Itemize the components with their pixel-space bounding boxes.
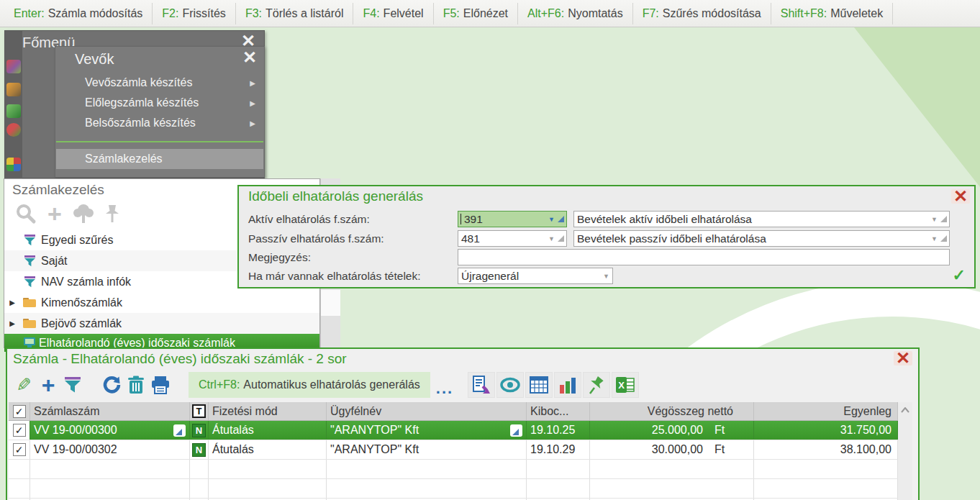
dropdown-arrow-icon[interactable]: ▼ [548,235,555,242]
passive-accrual-label: Passzív elhatárolás f.szám: [248,231,384,247]
invoice-table: ✓ Számlaszám T Fizetési mód Ügyfélnév Ki… [9,402,898,500]
comment-input[interactable] [458,249,950,265]
comment-label: Megjegyzés: [248,250,311,265]
customers-window-close-button[interactable]: ✕ [242,50,257,65]
report-export-icon[interactable] [468,372,495,398]
column-header-szamlaszam[interactable]: Számlaszám [30,402,190,420]
svg-text:X: X [618,380,625,391]
auto-accrual-shortcut-button[interactable]: Ctrl+F8: Automatikus elhatárolás generál… [189,372,430,398]
add-icon[interactable]: + [36,372,60,398]
menu-strip-icon-cart[interactable] [6,83,21,96]
tree-item-kimenoszamlak[interactable]: ▶ Kimenőszámlák [4,292,319,313]
empty-table-row [9,479,898,499]
fn-item-f3[interactable]: F3:Törlés a listáról [236,3,354,24]
dropdown-arrow-icon[interactable]: ▼ [548,216,555,223]
fn-item-f7[interactable]: F7:Szűrés módosítása [633,3,771,24]
empty-table-row [9,460,898,479]
folder-icon [20,318,39,329]
invoice-grid-window: Számla - Elhatárolandó (éves) időszaki s… [6,347,920,500]
column-header-egyenleg[interactable]: Egyenleg [754,402,898,420]
cell-edit-grip[interactable] [510,424,522,437]
add-icon[interactable]: + [40,202,69,225]
menu-item-elolegszamla-keszites[interactable]: Előlegszámla készítés ▶ [85,94,258,112]
column-header-ugyfelnev[interactable]: Ügyfélnév [327,402,527,420]
column-header-vegosszeg-netto[interactable]: Végösszeg nettó [590,402,754,420]
active-accrual-code-combo[interactable]: 391 ▼ [458,211,567,227]
menu-strip-icon-1[interactable] [6,60,21,73]
accrual-generation-dialog: Időbeli elhatárolás generálás ✕ Aktív el… [237,185,976,288]
edit-icon[interactable]: ✎ [12,372,36,398]
grid-window-close-button[interactable]: ✕ [894,351,912,365]
folder-icon [20,297,39,308]
table-row[interactable]: ✓ VV 19-00/00302 N Átutalás "ARANYTOP" K… [9,440,898,460]
dropdown-arrow-icon[interactable]: ▼ [931,216,938,223]
combo-grip-icon[interactable] [558,235,564,242]
dropdown-arrow-icon[interactable]: ▼ [931,235,938,242]
select-all-checkbox[interactable]: ✓ [13,405,26,418]
grid-toolbar: ✎ + Ctrl+F8: Automatikus elhatárolás gen… [12,371,912,399]
column-header-t[interactable]: T [190,402,209,420]
active-accrual-label: Aktív elhatárolás f.szám: [248,212,370,227]
type-badge: N [192,443,206,457]
menu-strip-icon-3[interactable] [6,104,21,118]
fn-item-f4[interactable]: F4:Felvétel [353,3,433,24]
passive-accrual-code-combo[interactable]: 481 ▼ [458,230,567,247]
dialog-title: Időbeli elhatárolás generálás [248,188,423,204]
panel-title: Számlakezelés [12,182,104,198]
table-view-icon[interactable] [525,372,553,398]
function-key-bar: Enter:Számla módosítás F2:Frissítés F3:T… [0,0,980,27]
delete-trash-icon[interactable] [124,372,148,398]
tree-item-bejovo-szamlak[interactable]: ▶ Bejövő számlák [4,313,319,334]
combo-grip-icon[interactable] [940,235,947,242]
existing-items-select[interactable]: Újragenerál ▼ [458,268,613,284]
dialog-close-button[interactable]: ✕ [951,189,970,204]
type-badge: N [192,424,206,437]
filter-icon [20,255,39,267]
search-icon[interactable] [12,202,40,225]
main-menu-icon-strip [5,31,22,179]
excel-export-icon[interactable]: X [612,372,639,398]
select-all-header[interactable]: ✓ [9,402,30,420]
tree-view-icon[interactable] [69,202,98,225]
row-checkbox[interactable]: ✓ [13,443,26,456]
expand-arrow-icon[interactable]: ▶ [4,319,20,327]
table-row[interactable]: ✓ VV 19-00/00300 N Átutalás "ARANYTOP" K… [9,421,898,440]
column-header-kiboc[interactable]: Kiboc... [527,402,590,420]
print-icon[interactable] [148,372,173,398]
existing-items-label: Ha már vannak elhatárolás tételek: [248,268,421,284]
filter-icon [20,235,39,246]
cell-edit-grip[interactable] [173,424,186,437]
grid-window-title: Számla - Elhatárolandó (éves) időszaki s… [13,351,347,367]
pin-icon[interactable] [583,372,610,398]
menu-item-vevoszamla-keszites[interactable]: Vevőszámla készítés ▶ [85,74,258,91]
refresh-icon[interactable] [99,372,124,398]
active-accrual-name-combo[interactable]: Bevételek aktív időbeli elhatárolása ▼ [573,211,950,227]
submenu-arrow-icon: ▶ [250,99,258,107]
bar-chart-icon[interactable] [554,372,581,398]
expand-arrow-icon[interactable]: ▶ [4,299,20,306]
fn-item-shift-f8[interactable]: Shift+F8:Műveletek [771,3,893,24]
vertical-scrollbar[interactable] [898,402,912,500]
dropdown-arrow-icon[interactable]: ▼ [603,273,609,280]
fn-item-alt-f6[interactable]: Alt+F6:Nyomtatás [518,3,633,24]
preview-eye-icon[interactable] [496,372,524,398]
column-header-fizetesi-mod[interactable]: Fizetési mód [209,402,327,420]
scroll-up-arrow-icon[interactable] [898,402,912,418]
grid-right-margin [912,402,918,500]
submenu-arrow-icon: ▶ [250,79,258,87]
menu-strip-icon-coins[interactable] [6,123,21,137]
passive-accrual-name-combo[interactable]: Bevételek passzív időbeli elhatárolása ▼ [573,230,950,247]
more-actions-button[interactable]: ... [436,378,453,399]
pin-icon[interactable] [98,202,127,225]
fn-item-enter[interactable]: Enter:Számla módosítás [4,3,153,24]
filter-icon[interactable] [60,372,85,398]
combo-grip-icon[interactable] [558,216,564,222]
menu-strip-icon-blocks[interactable] [6,158,21,171]
dialog-confirm-button[interactable]: ✓ [953,266,966,285]
menu-item-szamlakezeles[interactable]: Számlakezelés [56,149,263,169]
fn-item-f2[interactable]: F2:Frissítés [153,3,236,24]
row-checkbox[interactable]: ✓ [13,424,26,437]
menu-item-belsoszamla-keszites[interactable]: Belsőszámla készítés ▶ [85,114,258,132]
fn-item-f5[interactable]: F5:Előnézet [434,3,518,24]
combo-grip-icon[interactable] [940,216,947,222]
